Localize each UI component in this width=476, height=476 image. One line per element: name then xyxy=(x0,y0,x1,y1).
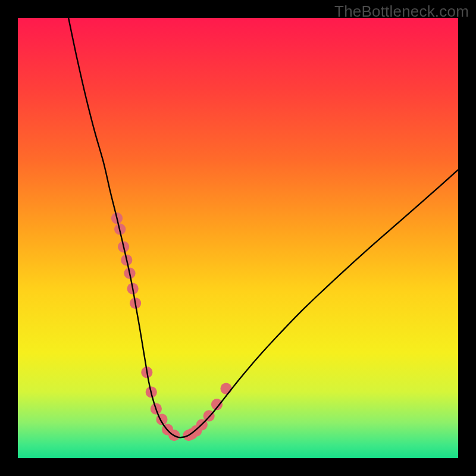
gradient-background xyxy=(18,18,458,458)
bottleneck-plot xyxy=(18,18,458,458)
chart-frame: TheBottleneck.com xyxy=(0,0,476,476)
data-marker xyxy=(220,383,231,394)
watermark-label: TheBottleneck.com xyxy=(334,2,469,21)
